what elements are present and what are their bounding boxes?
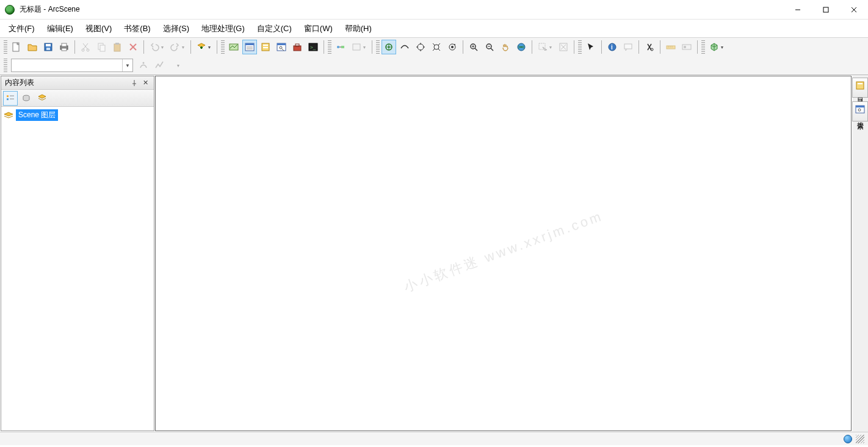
3d-effects-button[interactable]: ▼ (707, 40, 726, 54)
measure-button[interactable] (664, 40, 678, 54)
scene-view[interactable]: 小小软件迷 www.xxrjm.com (155, 76, 852, 431)
catalog-icon (855, 81, 865, 90)
navigate-button[interactable] (382, 40, 396, 54)
svg-text:>_: >_ (310, 45, 316, 50)
menu-bookmarks[interactable]: 书签(B) (118, 21, 156, 37)
zoom-out-button[interactable] (482, 40, 497, 54)
menu-edit[interactable]: 编辑(E) (41, 21, 79, 37)
toolbar-grip[interactable] (328, 40, 331, 54)
clear-selection-button[interactable] (556, 40, 571, 54)
tree-root-item[interactable]: Scene 图层 (4, 109, 151, 121)
catalog-tab[interactable]: 目录 (852, 78, 868, 98)
search-tab[interactable]: 搜索 (852, 101, 868, 122)
svg-rect-16 (115, 43, 119, 45)
toolbar-separator (217, 40, 217, 54)
toolbar-grip[interactable] (578, 40, 582, 54)
toc-toolbar (1, 90, 154, 107)
find-button[interactable] (642, 40, 657, 54)
close-panel-icon[interactable]: ✕ (140, 78, 150, 88)
window-title: 无标题 - ArcScene (20, 4, 80, 15)
menu-geoprocessing[interactable]: 地理处理(G) (195, 21, 251, 37)
menu-view[interactable]: 视图(V) (79, 21, 118, 37)
menu-customize[interactable]: 自定义(C) (251, 21, 298, 37)
toolbar-separator (143, 40, 144, 54)
python-window-button[interactable]: >_ (306, 40, 320, 54)
tree-root-label: Scene 图层 (16, 109, 58, 121)
toolbar-grip[interactable] (4, 59, 7, 72)
svg-rect-7 (46, 48, 50, 50)
svg-point-49 (454, 44, 455, 45)
search-window-button[interactable] (274, 40, 289, 54)
list-by-selection-icon[interactable] (35, 91, 49, 106)
toolbar-grip[interactable] (376, 40, 380, 54)
model-builder-button[interactable] (333, 40, 348, 54)
cut-button[interactable] (78, 40, 93, 54)
copy-button[interactable] (94, 40, 109, 54)
toolbar-separator (372, 40, 372, 54)
svg-rect-66 (667, 46, 675, 49)
minimize-button[interactable] (784, 0, 812, 20)
print-button[interactable] (57, 40, 71, 54)
toolbar-grip[interactable] (221, 40, 225, 54)
maximize-button[interactable] (812, 0, 840, 20)
svg-point-46 (434, 45, 439, 49)
toolbar-row-1: ▼ ▼ ▼ >_ ▼ ▼ i (0, 38, 868, 56)
toc-tree[interactable]: Scene 图层 (1, 107, 154, 431)
add-data-button[interactable]: ▼ (194, 40, 214, 54)
undo-button[interactable]: ▼ (147, 40, 167, 54)
menu-help[interactable]: 帮助(H) (339, 21, 378, 37)
resize-grip[interactable] (856, 435, 864, 443)
3d-analyst-icon[interactable] (152, 58, 167, 73)
network-analyst-icon[interactable] (136, 58, 151, 73)
svg-line-51 (475, 48, 477, 51)
select-features-button[interactable]: ▼ (535, 40, 555, 54)
layer-combo-input[interactable] (12, 61, 122, 70)
menu-selection[interactable]: 选择(S) (157, 21, 195, 37)
list-by-source-icon[interactable] (19, 91, 34, 106)
main-area: 内容列表 ✕ Scene 图层 小小软件迷 www.xxrjm.com 目录 搜… (0, 75, 868, 432)
close-button[interactable] (840, 0, 868, 20)
toolbar-separator (324, 40, 324, 54)
zoom-in-button[interactable] (466, 40, 481, 54)
set-observer-button[interactable] (445, 40, 460, 54)
menu-window[interactable]: 窗口(W) (298, 21, 339, 37)
pin-icon[interactable] (129, 78, 139, 88)
pan-button[interactable] (498, 40, 513, 54)
options-dropdown[interactable]: ▼ (168, 58, 187, 73)
select-elements-pointer[interactable] (584, 40, 598, 54)
toolbar-grip[interactable] (701, 40, 705, 54)
toolbar-separator (697, 40, 698, 54)
toolbox-button[interactable] (290, 40, 305, 54)
identify-button[interactable]: i (605, 40, 620, 54)
delete-button[interactable] (126, 40, 140, 54)
globe-icon (844, 435, 852, 443)
menu-file[interactable]: 文件(F) (2, 21, 41, 37)
chevron-down-icon[interactable]: ▼ (122, 59, 132, 71)
toolbar-separator (574, 40, 574, 54)
save-button[interactable] (41, 40, 56, 54)
svg-rect-1 (823, 7, 828, 12)
svg-rect-9 (62, 43, 67, 46)
layer-combo[interactable]: ▼ (11, 59, 133, 72)
scene-properties-icon[interactable] (226, 40, 241, 54)
results-button[interactable]: ▼ (349, 40, 369, 54)
catalog-window-button[interactable] (258, 40, 273, 54)
center-on-target-button[interactable] (413, 40, 428, 54)
new-button[interactable] (9, 40, 24, 54)
svg-rect-36 (341, 46, 344, 48)
paste-button[interactable] (110, 40, 125, 54)
zoom-to-target-button[interactable] (429, 40, 444, 54)
redo-button[interactable]: ▼ (168, 40, 187, 54)
toc-header: 内容列表 ✕ (1, 76, 154, 90)
svg-rect-74 (7, 98, 9, 100)
svg-rect-21 (245, 43, 254, 45)
toc-window-button[interactable] (242, 40, 257, 54)
full-extent-button[interactable] (514, 40, 529, 54)
list-by-drawing-order-icon[interactable] (3, 91, 18, 106)
fly-button[interactable] (397, 40, 412, 54)
html-popup-button[interactable] (621, 40, 635, 54)
toolbar-grip[interactable] (4, 40, 7, 54)
time-slider-button[interactable] (679, 40, 694, 54)
open-button[interactable] (25, 40, 40, 54)
toolbar-separator (532, 40, 532, 54)
